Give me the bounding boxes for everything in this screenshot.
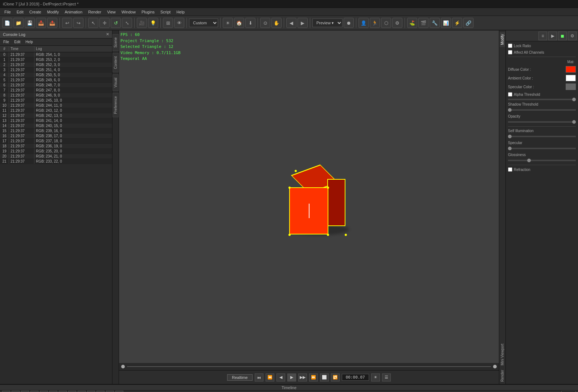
play-forward[interactable]: ▶ <box>287 373 296 381</box>
bt-redo[interactable]: ↪ <box>68 391 76 392</box>
move-button[interactable]: ✛ <box>99 18 110 28</box>
scrub-circle-right[interactable] <box>493 365 497 368</box>
view-mode-dropdown[interactable]: Custom <box>189 19 218 27</box>
rotate-button[interactable]: ↺ <box>111 18 121 28</box>
menu-window[interactable]: Window <box>119 9 139 15</box>
menu-plugins[interactable]: Plugins <box>139 9 157 15</box>
settings-icon[interactable]: ☰ <box>382 373 391 381</box>
ambient-color-swatch[interactable] <box>566 75 576 81</box>
menu-render[interactable]: Render <box>85 9 104 15</box>
console-file[interactable]: File <box>1 40 11 44</box>
prev-key[interactable]: ⏪ <box>266 373 274 381</box>
undo-button[interactable]: ↩ <box>62 18 72 28</box>
scene-tab[interactable]: Scene <box>112 34 119 51</box>
right-tab-settings[interactable]: ⚙ <box>568 32 577 40</box>
iclone-btn1[interactable]: ⛳ <box>407 18 417 28</box>
glossiness-slider[interactable] <box>508 160 576 161</box>
menu-animation[interactable]: Animation <box>62 9 85 15</box>
step-back[interactable]: ◀ <box>276 373 285 381</box>
bt-add[interactable]: + <box>2 391 10 392</box>
opacity-slider[interactable] <box>508 121 576 123</box>
iclone-btn5[interactable]: ⚡ <box>452 18 462 28</box>
loop-toggle[interactable]: ⬜ <box>320 373 329 381</box>
loop-mode[interactable]: 🔁 <box>331 373 340 381</box>
preference-tab[interactable]: Preference <box>112 93 119 117</box>
menu-modify[interactable]: Modify <box>44 9 62 15</box>
modify-label[interactable]: Modify <box>500 32 505 47</box>
home-button[interactable]: 🏠 <box>234 18 244 28</box>
camera-button[interactable]: 🎥 <box>137 18 147 28</box>
affect-all-checkbox[interactable] <box>508 50 512 54</box>
sun-button[interactable]: ☀ <box>223 18 233 28</box>
export-button[interactable]: 📤 <box>47 18 57 28</box>
refraction-checkbox[interactable] <box>508 167 512 172</box>
console-close-icon[interactable]: ✕ <box>106 32 109 37</box>
bt-undo[interactable]: ↩ <box>59 391 67 392</box>
motion-button[interactable]: 🏃 <box>370 18 380 28</box>
record-button[interactable]: ⏺ <box>344 18 354 28</box>
console-edit[interactable]: Edit <box>12 40 22 44</box>
diffuse-color-swatch[interactable] <box>566 66 576 73</box>
viewport-canvas[interactable]: FPS : 60 Project Triangle : 532 Selected… <box>119 30 499 370</box>
iclone-btn2[interactable]: 🎬 <box>418 18 429 28</box>
prev-frame-button[interactable]: ◀ <box>286 18 296 28</box>
menu-view[interactable]: View <box>104 9 119 15</box>
menu-file[interactable]: File <box>1 9 14 15</box>
bt-delete[interactable]: 🗑 <box>49 391 57 392</box>
visual-tab[interactable]: Visual <box>112 74 119 91</box>
step-forward[interactable]: ▶▶ <box>298 373 307 381</box>
bt-paste[interactable]: 📋 <box>30 391 38 392</box>
self-illumination-slider[interactable] <box>508 136 576 137</box>
next-key[interactable]: ⏩ <box>309 373 318 381</box>
bt-copy[interactable]: ⎘ <box>21 391 29 392</box>
alpha-threshold-checkbox[interactable] <box>508 92 512 97</box>
light-button[interactable]: 💡 <box>148 18 158 28</box>
save-button[interactable]: 💾 <box>25 18 35 28</box>
settings-button[interactable]: ⚙ <box>392 18 402 28</box>
lock-ratio-checkbox[interactable] <box>508 44 512 48</box>
view-toggle[interactable]: 👁 <box>174 18 184 28</box>
specular-slider[interactable] <box>508 148 576 149</box>
console-rows[interactable]: 021:29:37RGB: 254, 1, 0121:29:37RGB: 253… <box>0 52 112 384</box>
orbit-button[interactable]: ⊙ <box>260 18 270 28</box>
right-tab-play[interactable]: ▶ <box>548 32 557 40</box>
menu-create[interactable]: Create <box>26 9 44 15</box>
bt-loop[interactable]: 🔁 <box>106 391 114 392</box>
bt-play[interactable]: ▶ <box>78 391 86 392</box>
iclone-btn3[interactable]: 🔧 <box>430 18 440 28</box>
scrub-circle[interactable] <box>121 365 125 368</box>
menu-edit[interactable]: Edit <box>14 9 26 15</box>
bt-keyframe[interactable]: ⬦ <box>12 391 20 392</box>
scale-button[interactable]: ⤡ <box>122 18 132 28</box>
iclone-btn6[interactable]: 🔗 <box>463 18 474 28</box>
mesh-button[interactable]: ⬡ <box>381 18 391 28</box>
menu-script[interactable]: Script <box>157 9 173 15</box>
render-label[interactable]: Render <box>500 368 505 384</box>
bt-prev[interactable]: ⏮ <box>87 391 95 392</box>
content-tab[interactable]: Content <box>112 53 119 72</box>
open-button[interactable]: 📁 <box>13 18 24 28</box>
alpha-threshold-slider[interactable] <box>508 99 576 100</box>
right-tab-grid[interactable]: ◼ <box>558 32 567 40</box>
redo-button[interactable]: ↪ <box>73 18 83 28</box>
right-tab-modify[interactable]: ≡ <box>538 32 547 40</box>
import-button[interactable]: 📥 <box>36 18 46 28</box>
bt-cut[interactable]: ✂ <box>40 391 48 392</box>
new-button[interactable]: 📄 <box>2 18 12 28</box>
shadow-threshold-slider[interactable] <box>508 109 576 111</box>
down-arrow-button[interactable]: ⬇ <box>245 18 255 28</box>
iclone-btn4[interactable]: 📊 <box>441 18 451 28</box>
realtime-button[interactable]: Realtime <box>227 374 252 381</box>
select-button[interactable]: ↖ <box>88 18 98 28</box>
pan-button[interactable]: ✋ <box>271 18 282 28</box>
play-to-start[interactable]: ⏮ <box>255 373 263 381</box>
preview-dropdown[interactable]: Preview ▾ <box>312 19 343 27</box>
specular-color-swatch[interactable] <box>566 83 576 90</box>
bt-settings2[interactable]: ⚙ <box>115 391 123 392</box>
character-button[interactable]: 👤 <box>358 18 369 28</box>
menu-help[interactable]: Help <box>173 9 188 15</box>
next-frame-button[interactable]: ▶ <box>298 18 308 28</box>
console-help[interactable]: Help <box>24 40 35 44</box>
sun-icon[interactable]: ☀ <box>371 373 380 381</box>
bt-next[interactable]: ⏭ <box>97 391 104 392</box>
